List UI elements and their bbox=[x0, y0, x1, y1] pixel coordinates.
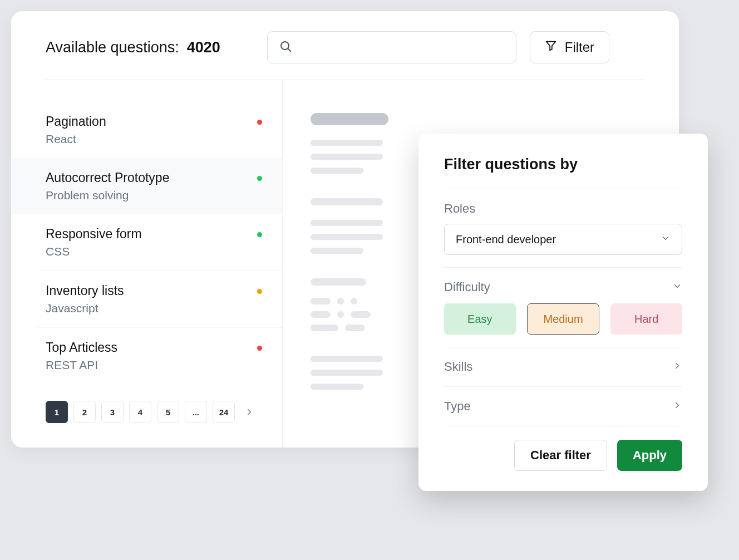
difficulty-label: Difficulty bbox=[444, 280, 490, 294]
page-next-button[interactable] bbox=[240, 401, 258, 423]
clear-filter-button[interactable]: Clear filter bbox=[514, 440, 607, 471]
type-header[interactable]: Type bbox=[444, 399, 682, 414]
skeleton-dot bbox=[351, 311, 371, 318]
skeleton-dot bbox=[311, 325, 338, 331]
chevron-down-icon bbox=[661, 233, 671, 246]
skeleton-dot bbox=[351, 298, 357, 304]
skeleton-line bbox=[311, 234, 383, 240]
question-browser-card: Available questions: 4020 Filter Paginat… bbox=[11, 11, 679, 448]
skeleton-line bbox=[311, 140, 383, 146]
question-tag: Javascript bbox=[46, 302, 124, 315]
page-button[interactable]: 24 bbox=[213, 401, 235, 423]
svg-point-0 bbox=[281, 42, 289, 50]
difficulty-hard-button[interactable]: Hard bbox=[610, 303, 682, 335]
pagination: 12345...24 bbox=[11, 384, 282, 423]
filter-section-difficulty: Difficulty Easy Medium Hard bbox=[444, 267, 682, 347]
skeleton-line bbox=[311, 356, 383, 362]
question-tag: Problem solving bbox=[46, 189, 169, 202]
difficulty-easy-button[interactable]: Easy bbox=[444, 303, 516, 335]
status-dot bbox=[257, 232, 262, 237]
title-count: 4020 bbox=[187, 39, 220, 56]
question-item[interactable]: Top ArticlessREST API bbox=[38, 327, 282, 384]
page-button[interactable]: 5 bbox=[157, 401, 179, 423]
type-label: Type bbox=[444, 399, 471, 414]
chevron-down-icon bbox=[672, 281, 682, 293]
skills-label: Skills bbox=[444, 360, 472, 374]
page-button[interactable]: 4 bbox=[129, 401, 151, 423]
filter-section-roles: Roles Front-end developer bbox=[444, 189, 682, 267]
difficulty-header[interactable]: Difficulty bbox=[444, 280, 682, 294]
status-dot bbox=[257, 289, 262, 294]
page-ellipsis: ... bbox=[185, 401, 207, 423]
svg-marker-2 bbox=[546, 42, 556, 51]
skeleton-dot bbox=[311, 311, 331, 318]
search-input[interactable] bbox=[300, 41, 505, 54]
skeleton-line bbox=[311, 370, 383, 376]
question-tag: CSS bbox=[46, 245, 142, 258]
search-box[interactable] bbox=[267, 31, 516, 63]
filter-button-label: Filter bbox=[565, 40, 594, 55]
question-list: PaginationReactAutocorrect PrototypeProb… bbox=[11, 80, 283, 448]
skeleton-line bbox=[311, 154, 383, 160]
question-title: Responsive form bbox=[46, 227, 142, 242]
question-title: Autocorrect Prototype bbox=[46, 170, 169, 185]
header-bar: Available questions: 4020 Filter bbox=[11, 11, 679, 79]
skeleton-dot bbox=[311, 298, 331, 304]
svg-line-1 bbox=[288, 49, 290, 51]
skeleton-line bbox=[311, 168, 363, 174]
apply-filter-button[interactable]: Apply bbox=[617, 440, 682, 471]
filter-panel-title: Filter questions by bbox=[444, 156, 682, 173]
question-item[interactable]: Responsive formCSS bbox=[38, 214, 282, 271]
skeleton-line bbox=[311, 198, 383, 205]
question-title: Pagination bbox=[46, 114, 106, 129]
page-title: Available questions: 4020 bbox=[46, 39, 220, 56]
skeleton-dot bbox=[337, 311, 344, 318]
filter-section-type: Type bbox=[444, 386, 682, 426]
skeleton-dot bbox=[337, 298, 344, 304]
question-title: Inventory lists bbox=[46, 283, 124, 298]
filter-actions: Clear filter Apply bbox=[444, 426, 682, 471]
skeleton-line bbox=[311, 220, 383, 226]
status-dot bbox=[257, 120, 262, 125]
skills-header[interactable]: Skills bbox=[444, 360, 682, 374]
chevron-right-icon bbox=[672, 361, 682, 373]
question-item[interactable]: Autocorrect PrototypeProblem solving bbox=[11, 158, 282, 214]
page-button[interactable]: 1 bbox=[46, 401, 68, 423]
skeleton-dot bbox=[345, 325, 365, 331]
page-button[interactable]: 2 bbox=[73, 401, 96, 423]
chevron-right-icon bbox=[672, 400, 682, 412]
status-dot bbox=[257, 346, 262, 351]
question-tag: React bbox=[46, 132, 106, 146]
filter-button[interactable]: Filter bbox=[530, 31, 609, 63]
question-tag: REST API bbox=[46, 358, 117, 372]
filter-icon bbox=[545, 40, 557, 55]
difficulty-medium-button[interactable]: Medium bbox=[527, 303, 600, 335]
chevron-right-icon bbox=[244, 407, 254, 417]
question-item[interactable]: Inventory listsJavascript bbox=[38, 271, 282, 327]
skeleton-line bbox=[311, 278, 366, 286]
filter-panel: Filter questions by Roles Front-end deve… bbox=[418, 134, 708, 491]
roles-label: Roles bbox=[444, 202, 682, 216]
status-dot bbox=[257, 176, 262, 181]
filter-section-skills: Skills bbox=[444, 347, 682, 386]
roles-select-value: Front-end developer bbox=[456, 233, 556, 246]
skeleton-line bbox=[311, 384, 363, 390]
question-item[interactable]: PaginationReact bbox=[11, 102, 282, 158]
page-button[interactable]: 3 bbox=[101, 401, 124, 423]
roles-select[interactable]: Front-end developer bbox=[444, 224, 682, 255]
search-icon bbox=[279, 40, 292, 55]
question-title: Top Articless bbox=[46, 340, 117, 355]
skeleton-line bbox=[311, 113, 388, 125]
title-label: Available questions: bbox=[46, 39, 179, 56]
skeleton-line bbox=[311, 248, 363, 254]
